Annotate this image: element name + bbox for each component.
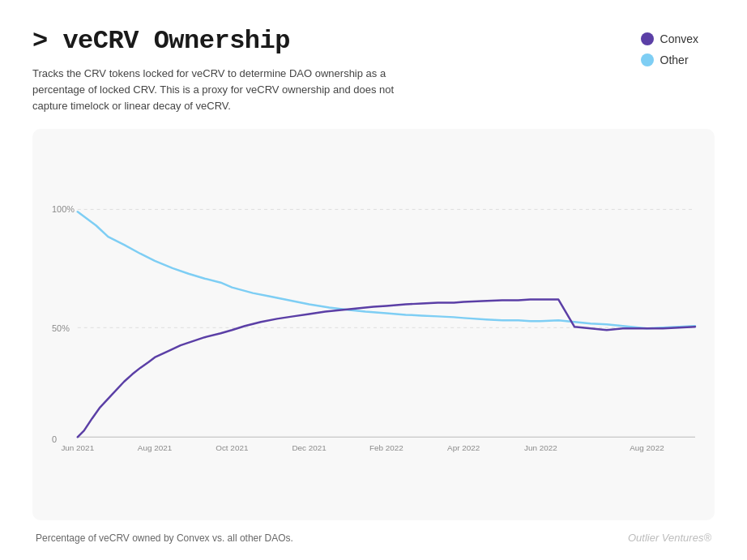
- y-label-100: 100%: [52, 205, 75, 215]
- footer-brand: Outlier Ventures®: [628, 532, 711, 544]
- brand-name: Outlier Ventures: [628, 532, 703, 544]
- header: > veCRV Ownership Tracks the CRV tokens …: [32, 26, 715, 114]
- page-title: > veCRV Ownership: [32, 26, 641, 56]
- chart-svg: 100% 50% 0 Jun 2021 Aug 2021 Oct 2021 De…: [52, 143, 695, 509]
- footer: Percentage of veCRV owned by Convex vs. …: [32, 532, 715, 544]
- other-line: [78, 212, 695, 329]
- y-label-50: 50%: [52, 324, 70, 334]
- chart-inner: 100% 50% 0 Jun 2021 Aug 2021 Oct 2021 De…: [52, 143, 695, 509]
- convex-legend-label: Convex: [660, 32, 698, 45]
- chart-container: 100% 50% 0 Jun 2021 Aug 2021 Oct 2021 De…: [32, 129, 715, 520]
- x-label-jun22: Jun 2022: [524, 444, 557, 453]
- header-left: > veCRV Ownership Tracks the CRV tokens …: [32, 26, 641, 114]
- convex-legend-dot: [641, 32, 654, 45]
- description-text: Tracks the CRV tokens locked for veCRV t…: [32, 66, 405, 114]
- page: > veCRV Ownership Tracks the CRV tokens …: [0, 0, 747, 560]
- x-label-apr22: Apr 2022: [447, 444, 480, 453]
- legend-item-other: Other: [641, 53, 698, 66]
- other-legend-label: Other: [660, 53, 689, 66]
- x-label-aug21: Aug 2021: [138, 444, 173, 453]
- chart-legend: Convex Other: [641, 26, 715, 66]
- footer-note: Percentage of veCRV owned by Convex vs. …: [36, 532, 293, 544]
- x-label-feb22: Feb 2022: [369, 444, 403, 453]
- x-label-oct21: Oct 2021: [216, 444, 249, 453]
- legend-item-convex: Convex: [641, 32, 698, 45]
- other-legend-dot: [641, 53, 654, 66]
- x-label-dec21: Dec 2021: [292, 444, 327, 453]
- convex-line: [78, 300, 695, 438]
- y-label-0: 0: [52, 435, 57, 445]
- brand-symbol: ®: [703, 532, 711, 544]
- x-label-aug22: Aug 2022: [630, 444, 664, 453]
- x-label-jun21: Jun 2021: [61, 444, 94, 453]
